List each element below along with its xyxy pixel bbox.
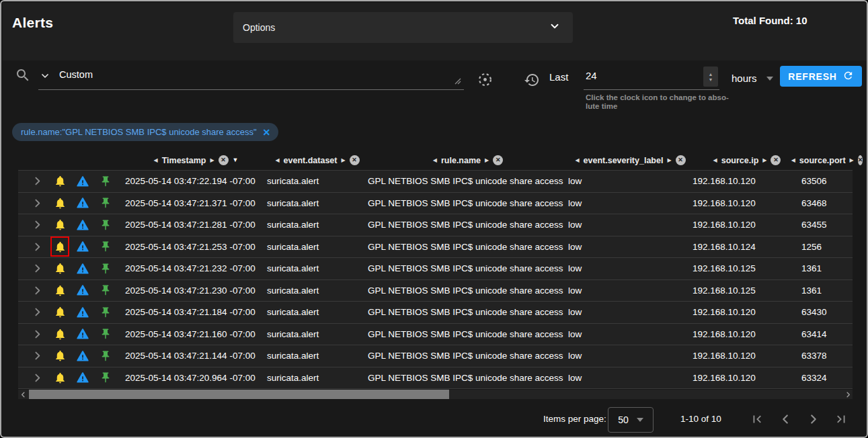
query-input[interactable]: Custom bbox=[59, 69, 93, 80]
filter-chip[interactable]: rule.name:"GPL NETBIOS SMB IPC$ unicode … bbox=[12, 123, 278, 141]
move-right-icon[interactable]: ▶ bbox=[762, 158, 766, 163]
table-row[interactable]: 2025-05-14 03:47:21.184 -07:00 suricata.… bbox=[18, 302, 853, 324]
alert-bell-icon[interactable] bbox=[52, 304, 68, 321]
escalate-warning-icon[interactable] bbox=[75, 369, 91, 386]
move-left-icon[interactable]: ◀ bbox=[575, 158, 579, 163]
alert-bell-icon[interactable] bbox=[52, 347, 68, 365]
move-left-icon[interactable]: ◀ bbox=[275, 158, 279, 163]
column-header-source-port[interactable]: ◀ source.port ▶ ✕ bbox=[801, 155, 853, 165]
alert-bell-icon[interactable] bbox=[52, 281, 68, 299]
duration-input[interactable]: 24 bbox=[586, 70, 597, 81]
alert-bell-icon[interactable] bbox=[52, 325, 68, 343]
table-row[interactable]: 2025-05-14 03:47:21.281 -07:00 suricata.… bbox=[18, 214, 853, 236]
move-left-icon[interactable]: ◀ bbox=[713, 158, 717, 163]
sort-desc-icon[interactable]: ▼ bbox=[233, 157, 239, 163]
escalate-warning-icon[interactable] bbox=[75, 194, 91, 212]
expand-row-icon[interactable] bbox=[29, 369, 45, 386]
last-page-icon[interactable] bbox=[833, 411, 849, 427]
table-row[interactable]: 2025-05-14 03:47:21.232 -07:00 suricata.… bbox=[18, 258, 853, 280]
stepper-down-icon[interactable]: ▼ bbox=[709, 77, 713, 82]
escalate-warning-icon[interactable] bbox=[75, 347, 91, 365]
escalate-warning-icon[interactable] bbox=[75, 281, 91, 299]
move-right-icon[interactable]: ▶ bbox=[485, 158, 489, 163]
remove-column-icon[interactable]: ✕ bbox=[771, 155, 781, 165]
column-header-source-ip[interactable]: ◀ source.ip ▶ ✕ bbox=[693, 155, 801, 165]
move-left-icon[interactable]: ◀ bbox=[791, 158, 795, 163]
remove-column-icon[interactable]: ✕ bbox=[350, 155, 360, 165]
move-right-icon[interactable]: ▶ bbox=[210, 158, 214, 163]
crosshair-icon[interactable] bbox=[477, 72, 493, 90]
scroll-left-icon[interactable] bbox=[18, 390, 28, 399]
table-row[interactable]: 2025-05-14 03:47:21.253 -07:00 suricata.… bbox=[18, 236, 853, 259]
remove-column-icon[interactable]: ✕ bbox=[219, 155, 229, 165]
pin-icon[interactable] bbox=[97, 173, 114, 190]
expand-row-icon[interactable] bbox=[29, 347, 45, 365]
expand-row-icon[interactable] bbox=[29, 325, 45, 343]
move-left-icon[interactable]: ◀ bbox=[433, 158, 437, 163]
pin-icon[interactable] bbox=[97, 369, 114, 386]
pin-icon[interactable] bbox=[97, 216, 114, 234]
remove-column-icon[interactable]: ✕ bbox=[676, 155, 686, 165]
escalate-warning-icon[interactable] bbox=[75, 238, 91, 255]
escalate-warning-icon[interactable] bbox=[75, 173, 91, 190]
expand-row-icon[interactable] bbox=[29, 194, 45, 212]
table-row[interactable]: 2025-05-14 03:47:22.194 -07:00 suricata.… bbox=[18, 171, 853, 193]
resize-handle-icon[interactable] bbox=[452, 75, 461, 87]
duration-stepper[interactable]: ▲▼ bbox=[703, 67, 718, 87]
scrollbar-track[interactable] bbox=[28, 390, 843, 399]
refresh-button[interactable]: REFRESH bbox=[780, 66, 862, 87]
move-right-icon[interactable]: ▶ bbox=[850, 158, 854, 163]
pin-icon[interactable] bbox=[97, 194, 114, 212]
move-right-icon[interactable]: ▶ bbox=[341, 158, 345, 163]
table-row[interactable]: 2025-05-14 03:47:21.230 -07:00 suricata.… bbox=[18, 280, 853, 302]
query-mode-chevron-icon[interactable] bbox=[40, 71, 50, 84]
filter-chip-close-icon[interactable]: ✕ bbox=[263, 128, 271, 137]
next-page-icon[interactable] bbox=[805, 411, 822, 427]
pin-icon[interactable] bbox=[97, 347, 114, 365]
previous-page-icon[interactable] bbox=[777, 411, 793, 427]
move-right-icon[interactable]: ▶ bbox=[667, 158, 671, 163]
escalate-warning-icon[interactable] bbox=[75, 325, 91, 343]
remove-column-icon[interactable]: ✕ bbox=[858, 155, 863, 165]
scrollbar-thumb[interactable] bbox=[29, 390, 449, 399]
table-row[interactable]: 2025-05-14 03:47:20.964 -07:00 suricata.… bbox=[18, 367, 853, 390]
pin-icon[interactable] bbox=[97, 238, 114, 255]
escalate-warning-icon[interactable] bbox=[75, 216, 91, 234]
duration-unit-select[interactable]: hours bbox=[732, 73, 773, 84]
scroll-right-icon[interactable] bbox=[843, 390, 853, 399]
column-header-timestamp[interactable]: ◀ Timestamp ▶ ✕ ▼ bbox=[125, 155, 267, 165]
cell-timestamp: 2025-05-14 03:47:21.281 -07:00 bbox=[125, 220, 267, 230]
column-header-severity-label[interactable]: ◀ event.severity_label ▶ ✕ bbox=[568, 155, 693, 165]
alert-bell-icon[interactable] bbox=[52, 260, 68, 277]
expand-row-icon[interactable] bbox=[29, 260, 45, 277]
remove-column-icon[interactable]: ✕ bbox=[493, 155, 503, 165]
pin-icon[interactable] bbox=[97, 325, 114, 343]
stepper-up-icon[interactable]: ▲ bbox=[709, 72, 713, 77]
history-clock-icon[interactable] bbox=[524, 72, 540, 91]
expand-row-icon[interactable] bbox=[29, 216, 45, 234]
column-header-rule-name[interactable]: ◀ rule.name ▶ ✕ bbox=[368, 155, 568, 165]
table-row[interactable]: 2025-05-14 03:47:21.371 -07:00 suricata.… bbox=[18, 193, 853, 215]
expand-row-icon[interactable] bbox=[29, 281, 45, 299]
table-row[interactable]: 2025-05-14 03:47:21.144 -07:00 suricata.… bbox=[18, 345, 853, 367]
items-per-page-select[interactable]: 50 bbox=[608, 407, 654, 433]
alert-bell-icon[interactable] bbox=[52, 238, 68, 255]
expand-row-icon[interactable] bbox=[29, 304, 45, 321]
horizontal-scrollbar[interactable] bbox=[18, 390, 853, 399]
alert-bell-icon[interactable] bbox=[52, 369, 68, 386]
column-header-event-dataset[interactable]: ◀ event.dataset ▶ ✕ bbox=[267, 155, 368, 165]
pin-icon[interactable] bbox=[97, 304, 114, 321]
table-row[interactable]: 2025-05-14 03:47:21.160 -07:00 suricata.… bbox=[18, 324, 853, 346]
pin-icon[interactable] bbox=[97, 260, 114, 277]
first-page-icon[interactable] bbox=[749, 411, 765, 427]
escalate-warning-icon[interactable] bbox=[75, 260, 91, 277]
expand-row-icon[interactable] bbox=[29, 238, 45, 255]
alert-bell-icon[interactable] bbox=[52, 173, 68, 190]
expand-row-icon[interactable] bbox=[29, 173, 45, 190]
alert-bell-icon[interactable] bbox=[52, 216, 68, 234]
alert-bell-icon[interactable] bbox=[52, 194, 68, 212]
options-panel[interactable]: Options bbox=[233, 12, 573, 43]
escalate-warning-icon[interactable] bbox=[75, 304, 91, 321]
pin-icon[interactable] bbox=[97, 281, 114, 299]
move-left-icon[interactable]: ◀ bbox=[154, 158, 158, 163]
